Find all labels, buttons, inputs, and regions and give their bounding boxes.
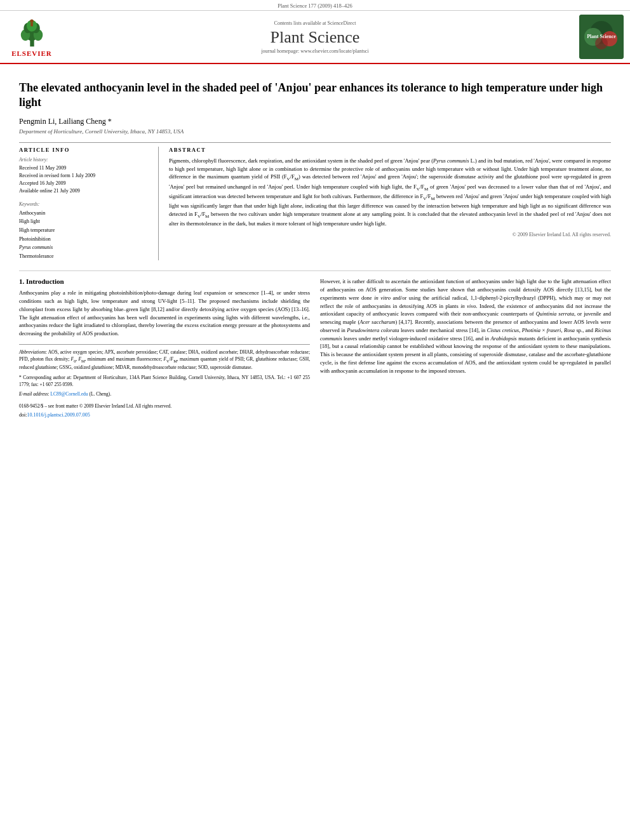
article-info-col: ARTICLE INFO Article history: Received 1…: [19, 147, 159, 261]
received-line: Received 11 May 2009: [19, 164, 151, 172]
svg-rect-8: [30, 23, 33, 26]
accepted-line: Accepted 16 July 2009: [19, 180, 151, 187]
journal-header: ELSEVIER Contents lists available at Sci…: [0, 11, 630, 64]
article-history-block: Article history: Received 11 May 2009 Re…: [19, 157, 151, 195]
doi-line: doi:10.1016/j.plantsci.2009.07.005: [19, 412, 310, 418]
journal-title-header: Plant Science: [70, 28, 560, 47]
authors-text: Pengmin Li, Lailiang Cheng *: [19, 117, 112, 126]
received-revised-line: Received in revised form 1 July 2009: [19, 172, 151, 180]
keyword-high-temperature: High temperature: [19, 226, 151, 235]
keyword-thermotolerance: Thermotolerance: [19, 252, 151, 261]
copyright-line: © 2009 Elsevier Ireland Ltd. All rights …: [169, 232, 611, 237]
journal-logo-right: Plant Science: [573, 15, 624, 59]
intro-heading: 1. Introduction: [19, 277, 310, 285]
keyword-photoinhibition: Photoinhibition: [19, 235, 151, 244]
elsevier-tree-icon: [15, 17, 50, 48]
main-content: The elevated anthocyanin level in the sh…: [0, 64, 630, 424]
doi-link[interactable]: 10.1016/j.plantsci.2009.07.005: [27, 412, 90, 418]
header-center: Contents lists available at ScienceDirec…: [57, 20, 573, 54]
article-meta-row: ARTICLE INFO Article history: Received 1…: [19, 142, 611, 261]
journal-citation: Plant Science 177 (2009) 418–426: [0, 0, 630, 11]
sciencedirect-link: Contents lists available at ScienceDirec…: [70, 20, 560, 26]
sciencedirect-text: Contents lists available at ScienceDirec…: [274, 20, 356, 26]
keywords-label: Keywords:: [19, 201, 151, 207]
homepage-text: journal homepage: www.elsevier.com/locat…: [261, 48, 368, 54]
abstract-text: Pigments, chlorophyll fluorescence, dark…: [169, 157, 611, 228]
affiliation-text: Department of Horticulture, Cornell Univ…: [19, 128, 184, 135]
elsevier-logo: ELSEVIER: [6, 17, 57, 57]
body-content: 1. Introduction Anthocyanins play a role…: [19, 270, 611, 418]
abstract-col: ABSTRACT Pigments, chlorophyll fluoresce…: [169, 147, 611, 261]
keywords-block: Keywords: Anthocyanin High light High te…: [19, 201, 151, 261]
issn-footnote: 0168-9452/$ – see front matter © 2009 El…: [19, 403, 310, 410]
affiliation: Department of Horticulture, Cornell Univ…: [19, 128, 611, 135]
badge-title: Plant Science: [587, 34, 616, 40]
svg-point-7: [30, 20, 33, 23]
keyword-high-light: High light: [19, 217, 151, 226]
keyword-anthocyanin: Anthocyanin: [19, 209, 151, 218]
article-title: The elevated anthocyanin level in the sh…: [19, 81, 611, 110]
email-link[interactable]: LC89@Cornell.edu: [50, 391, 88, 397]
body-col-left: 1. Introduction Anthocyanins play a role…: [19, 277, 310, 418]
history-sub-label: Article history:: [19, 157, 151, 163]
abbreviations-footnote: Abbreviations: AOS, active oxygen specie…: [19, 349, 310, 371]
journal-citation-text: Plant Science 177 (2009) 418–426: [278, 3, 352, 9]
body-col-right: However, it is rather difficult to ascer…: [320, 277, 611, 418]
intro-para1: Anthocyanins play a role in mitigating p…: [19, 289, 310, 338]
corresponding-footnote: * Corresponding author at: Department of…: [19, 374, 310, 389]
footnote-area: Abbreviations: AOS, active oxygen specie…: [19, 344, 310, 418]
keyword-pyrus: Pyrus communis: [19, 243, 151, 252]
intro-para2: However, it is rather difficult to ascer…: [320, 277, 611, 375]
plant-science-badge: Plant Science: [579, 15, 624, 59]
authors: Pengmin Li, Lailiang Cheng *: [19, 117, 611, 126]
journal-homepage: journal homepage: www.elsevier.com/locat…: [70, 48, 560, 54]
available-line: Available online 21 July 2009: [19, 187, 151, 195]
article-info-label: ARTICLE INFO: [19, 147, 151, 153]
abstract-label: ABSTRACT: [169, 147, 611, 153]
email-footnote: E-mail address: LC89@Cornell.edu (L. Che…: [19, 390, 310, 397]
elsevier-text: ELSEVIER: [11, 50, 52, 57]
